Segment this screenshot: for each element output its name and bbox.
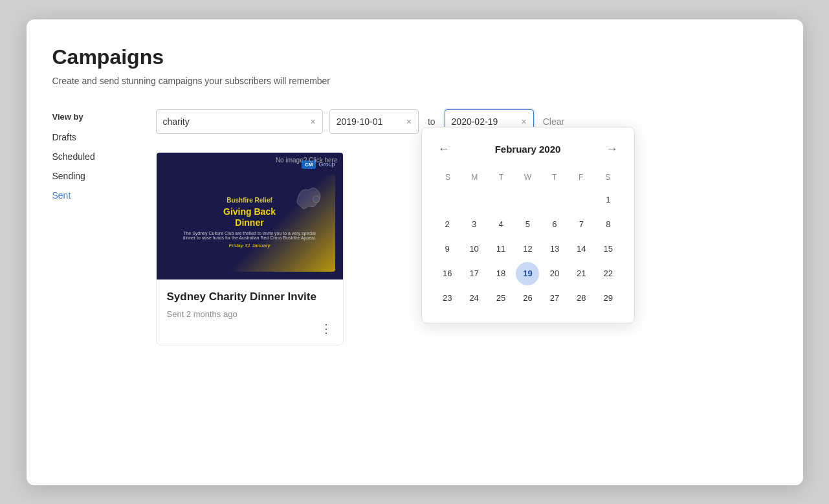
card-sent-ago: Sent 2 months ago [167, 309, 333, 319]
australia-silhouette-icon [293, 182, 325, 214]
date-from-wrap: × [329, 109, 419, 134]
cal-day-22[interactable]: 22 [597, 262, 620, 285]
cal-day-27[interactable]: 27 [543, 287, 566, 310]
cal-day-empty [489, 188, 513, 212]
search-input-wrap: × [156, 109, 323, 134]
dinner-body: The Sydney Culture Club are thrilled to … [171, 231, 329, 240]
no-image-label: No image? Click here [276, 157, 338, 164]
cal-day-21[interactable]: 21 [569, 262, 593, 285]
cal-day-16[interactable]: 16 [436, 262, 459, 285]
dow-sat: S [594, 170, 621, 184]
cal-day-14[interactable]: 14 [569, 237, 593, 261]
to-label: to [428, 116, 436, 127]
cal-day-empty [436, 188, 459, 212]
cal-day-24[interactable]: 24 [463, 287, 486, 310]
cal-day-28[interactable]: 28 [569, 287, 593, 310]
campaign-card: No image? Click here CM Group [156, 152, 344, 345]
main-content: View by Drafts Scheduled Sending Sent × … [52, 109, 777, 345]
calendar-dropdown: ← February 2020 → S M T W T F S [421, 127, 635, 323]
app-window: Campaigns Create and send stunning campa… [27, 19, 803, 485]
dow-wed: W [514, 170, 541, 184]
sidebar-item-drafts[interactable]: Drafts [52, 132, 156, 142]
cal-day-8[interactable]: 8 [597, 213, 620, 236]
cal-day-1[interactable]: 1 [597, 188, 620, 212]
page-title: Campaigns [52, 45, 777, 69]
card-image-area: No image? Click here CM Group [157, 153, 343, 279]
date-from-clear-icon[interactable]: × [406, 116, 412, 127]
cal-day-25[interactable]: 25 [489, 287, 513, 310]
cal-day-6[interactable]: 6 [543, 213, 566, 236]
calendar-next-button[interactable]: → [602, 140, 621, 159]
cal-day-3[interactable]: 3 [463, 213, 486, 236]
cal-day-11[interactable]: 11 [489, 237, 513, 261]
dinner-date: Friday 31 January [228, 243, 270, 248]
card-info: Sydney Charity Dinner Invite Sent 2 mont… [157, 279, 343, 345]
cal-day-26[interactable]: 26 [516, 287, 539, 310]
dinner-main-title: Giving BackDinner [223, 206, 276, 228]
card-title: Sydney Charity Dinner Invite [167, 290, 333, 304]
search-clear-icon[interactable]: × [311, 116, 316, 127]
cal-day-empty [463, 188, 486, 212]
cal-day-empty [516, 188, 539, 212]
dinner-card-content: Bushfire Relief Giving BackDinner The Sy… [164, 174, 335, 272]
cal-day-18[interactable]: 18 [489, 262, 513, 285]
cal-day-5[interactable]: 5 [516, 213, 539, 236]
cal-day-12[interactable]: 12 [516, 237, 539, 261]
sidebar-item-sending[interactable]: Sending [52, 171, 156, 181]
cal-day-empty [543, 188, 566, 212]
cal-day-29[interactable]: 29 [597, 287, 620, 310]
cal-day-20[interactable]: 20 [543, 262, 566, 285]
page-subtitle: Create and send stunning campaigns your … [52, 76, 777, 86]
date-to-clear-icon[interactable]: × [522, 116, 527, 127]
sidebar-item-scheduled[interactable]: Scheduled [52, 151, 156, 162]
cal-day-2[interactable]: 2 [436, 213, 459, 236]
date-to-input[interactable] [452, 116, 516, 127]
card-more-menu-button[interactable]: ⋮ [320, 322, 333, 336]
calendar-month-title: February 2020 [495, 144, 561, 155]
dow-tue: T [488, 170, 514, 184]
cal-day-23[interactable]: 23 [436, 287, 459, 310]
cal-day-15[interactable]: 15 [597, 237, 620, 261]
cal-day-17[interactable]: 17 [463, 262, 486, 285]
cal-day-4[interactable]: 4 [489, 213, 513, 236]
sidebar-item-sent[interactable]: Sent [52, 190, 156, 201]
dow-mon: M [461, 170, 488, 184]
calendar-header: ← February 2020 → [435, 140, 621, 159]
dow-fri: F [568, 170, 594, 184]
calendar-grid: S M T W T F S 1 2 3 4 5 [435, 170, 621, 310]
cal-day-7[interactable]: 7 [569, 213, 593, 236]
dinner-tagline: Bushfire Relief [227, 197, 272, 204]
cal-day-empty [569, 188, 593, 212]
cal-day-10[interactable]: 10 [463, 237, 486, 261]
sidebar-view-by-label: View by [52, 112, 156, 122]
dow-thu: T [541, 170, 568, 184]
cal-day-13[interactable]: 13 [543, 237, 566, 261]
dow-sun: S [435, 170, 461, 184]
svg-point-1 [315, 197, 318, 201]
sidebar: View by Drafts Scheduled Sending Sent [52, 109, 156, 345]
calendar-days-grid: 1 2 3 4 5 6 7 8 9 10 11 12 13 14 15 16 1… [435, 188, 621, 310]
date-from-input[interactable] [337, 116, 401, 127]
search-input[interactable] [163, 116, 305, 127]
card-inner-preview: CM Group Bushfire Relief [157, 153, 343, 279]
clear-button[interactable]: Clear [540, 116, 567, 127]
cal-day-9[interactable]: 9 [436, 237, 459, 261]
calendar-days-of-week: S M T W T F S [435, 170, 621, 184]
calendar-prev-button[interactable]: ← [435, 140, 453, 159]
cal-day-19[interactable]: 19 [516, 262, 539, 285]
